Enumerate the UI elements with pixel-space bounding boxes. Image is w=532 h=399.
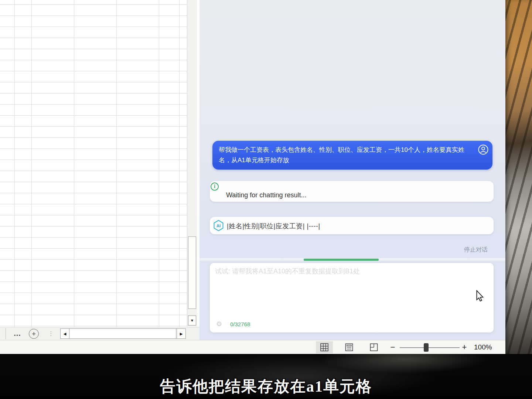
ellipsis-icon: … bbox=[14, 329, 21, 338]
info-icon: i bbox=[211, 183, 219, 191]
video-frame: 告诉他把结果存放在a1单元格 ▼ … + ⋮ ◀ bbox=[0, 0, 532, 399]
chevron-right-icon: ▶ bbox=[180, 332, 183, 336]
character-counter: 0/32768 bbox=[230, 321, 250, 327]
gear-icon[interactable]: ⚙ bbox=[215, 320, 223, 328]
user-avatar-icon bbox=[478, 144, 488, 155]
tab-bar-divider bbox=[6, 328, 6, 339]
tiger-background-image bbox=[505, 0, 532, 399]
chat-input-field[interactable] bbox=[215, 267, 488, 310]
status-bar: − + 100% bbox=[0, 340, 505, 354]
normal-view-button[interactable] bbox=[316, 341, 333, 353]
scroll-left-button[interactable]: ◀ bbox=[61, 329, 69, 338]
chevron-down-icon: ▼ bbox=[190, 318, 194, 323]
ai-message-text: |姓名|性别|职位|应发工资| |----| bbox=[227, 222, 320, 231]
zoom-level-text: 100% bbox=[474, 343, 492, 351]
plus-icon: + bbox=[32, 330, 36, 337]
sheet-list-button[interactable]: … bbox=[11, 327, 24, 340]
spreadsheet-app-window: ▼ … + ⋮ ◀ ▶ bbox=[0, 0, 505, 354]
svg-text:AI: AI bbox=[216, 224, 221, 228]
sheet-menu-handle[interactable]: ⋮ bbox=[48, 327, 54, 340]
zoom-out-button[interactable]: − bbox=[388, 342, 398, 353]
status-message-text: Waiting for chatting result... bbox=[226, 191, 306, 199]
sheet-tab-bar: … + ⋮ ◀ ▶ bbox=[0, 327, 200, 340]
chat-input-panel: ⚙ 0/32768 bbox=[210, 263, 494, 332]
progress-bar-track bbox=[200, 258, 505, 261]
stop-chat-button[interactable]: 停止对话 bbox=[464, 246, 488, 254]
progress-bar-fill bbox=[304, 259, 379, 261]
kebab-icon: ⋮ bbox=[48, 330, 54, 337]
scroll-right-button[interactable]: ▶ bbox=[177, 329, 185, 338]
vertical-scrollbar[interactable]: ▼ bbox=[187, 0, 197, 327]
page-break-icon bbox=[369, 343, 378, 352]
scroll-down-button[interactable]: ▼ bbox=[188, 316, 196, 325]
zoom-slider-track[interactable] bbox=[400, 347, 460, 348]
chevron-left-icon: ◀ bbox=[64, 332, 66, 336]
page-layout-icon bbox=[345, 343, 354, 352]
spreadsheet-grid[interactable] bbox=[0, 0, 187, 327]
ai-message-bubble: AI |姓名|性别|职位|应发工资| |----| bbox=[210, 217, 494, 234]
user-message-text: 帮我做一个工资表，表头包含姓名、性别、职位、应发工资，一共10个人，姓名要真实姓… bbox=[219, 146, 464, 164]
mouse-cursor bbox=[476, 290, 485, 302]
minus-icon: − bbox=[391, 342, 395, 352]
ai-assistant-icon: AI bbox=[212, 219, 225, 232]
user-message-bubble: 帮我做一个工资表，表头包含姓名、性别、职位、应发工资，一共10个人，姓名要真实姓… bbox=[212, 141, 492, 170]
add-sheet-button[interactable]: + bbox=[29, 329, 39, 339]
grid-view-icon bbox=[320, 343, 329, 352]
zoom-in-button[interactable]: + bbox=[460, 342, 469, 353]
plus-icon: + bbox=[462, 342, 467, 352]
ai-chat-panel: 帮我做一个工资表，表头包含姓名、性别、职位、应发工资，一共10个人，姓名要真实姓… bbox=[200, 0, 505, 340]
page-layout-view-button[interactable] bbox=[341, 341, 358, 353]
zoom-slider-handle[interactable] bbox=[424, 343, 429, 352]
horizontal-scrollbar[interactable]: ◀ ▶ bbox=[60, 328, 186, 339]
status-message-bubble: i Waiting for chatting result... bbox=[210, 181, 494, 202]
vertical-scrollbar-thumb[interactable] bbox=[188, 236, 196, 309]
video-subtitle: 告诉他把结果存放在a1单元格 bbox=[0, 376, 532, 397]
page-break-view-button[interactable] bbox=[365, 341, 382, 353]
horizontal-scrollbar-thumb[interactable] bbox=[70, 329, 176, 338]
